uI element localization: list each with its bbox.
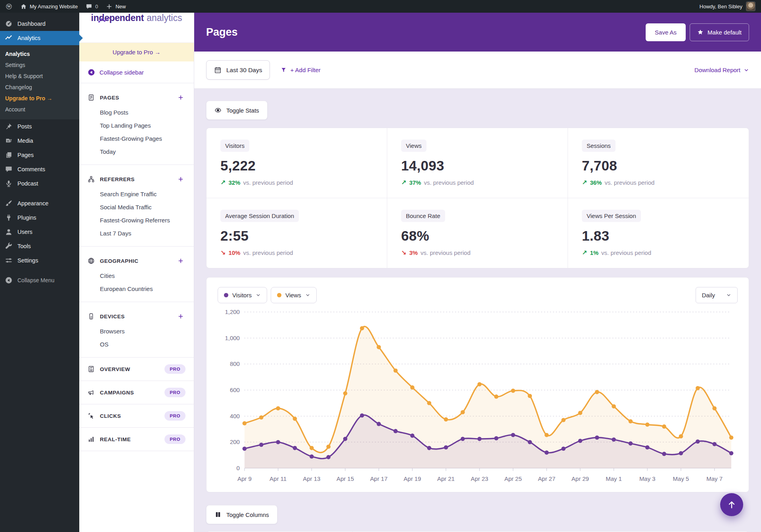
- chevron-down-icon: [726, 293, 731, 298]
- section-header-overview[interactable]: OVERVIEWPRO: [88, 363, 185, 375]
- report-link-fastest-growing-referrers[interactable]: Fastest-Growing Referrers: [100, 214, 185, 227]
- cursor-click-icon: [88, 412, 95, 419]
- site-name: My Amazing Website: [30, 4, 78, 10]
- sidebar-item-users[interactable]: Users: [0, 225, 79, 239]
- series-toggle-visitors[interactable]: Visitors: [218, 287, 267, 303]
- sidebar-item-dashboard[interactable]: Dashboard: [0, 17, 79, 31]
- wordpress-menu[interactable]: W: [6, 3, 12, 10]
- sidebar-item-media[interactable]: Media: [0, 134, 79, 148]
- funnel-icon: [281, 67, 287, 73]
- sidebar-item-appearance[interactable]: Appearance: [0, 196, 79, 211]
- report-link-cities[interactable]: Cities: [100, 269, 185, 282]
- traffic-line-chart: 02004006008001,0001,200Apr 9Apr 11Apr 13…: [218, 306, 738, 488]
- report-link-os[interactable]: OS: [100, 338, 185, 351]
- toggle-columns-button[interactable]: Toggle Columns: [206, 505, 277, 524]
- report-link-fastest-growing-pages[interactable]: Fastest-Growing Pages: [100, 132, 185, 145]
- section-header-pages[interactable]: PAGES: [88, 91, 185, 104]
- report-link-last-7-days[interactable]: Last 7 Days: [100, 227, 185, 240]
- scroll-top-button[interactable]: [720, 493, 743, 516]
- svg-text:400: 400: [230, 413, 240, 419]
- stat-value: 2:55: [220, 228, 373, 244]
- pin-icon: [5, 122, 13, 130]
- submenu-item-settings[interactable]: Settings: [0, 59, 79, 71]
- plug-icon: [5, 214, 13, 222]
- comments-shortcut[interactable]: 0: [86, 3, 98, 10]
- submenu-item-changelog[interactable]: Changelog: [0, 82, 79, 93]
- stat-card-visitors: Visitors5,222↗32%vs. previous period: [207, 128, 387, 198]
- add-report-button[interactable]: [176, 312, 185, 321]
- report-link-european-countries[interactable]: European Countries: [100, 282, 185, 295]
- add-report-button[interactable]: [176, 93, 185, 102]
- report-toolbar: Last 30 Days + Add Filter Download Repor…: [194, 52, 761, 89]
- sidebar-item-posts[interactable]: Posts: [0, 119, 79, 134]
- section-header-real-time[interactable]: REAL-TIMEPRO: [88, 433, 185, 446]
- new-content-menu[interactable]: New: [106, 3, 126, 10]
- collapse-sidebar-button[interactable]: Collapse sidebar: [79, 61, 194, 83]
- download-report-button[interactable]: Download Report: [694, 67, 749, 73]
- sidebar-item-label: Podcast: [17, 180, 38, 187]
- report-link-social-media-traffic[interactable]: Social Media Traffic: [100, 201, 185, 214]
- stat-change: ↗32%vs. previous period: [220, 179, 373, 186]
- sidebar-item-label: Media: [17, 138, 33, 144]
- section-header-clicks[interactable]: CLICKSPRO: [88, 410, 185, 422]
- section-header-campaigns[interactable]: CAMPAIGNSPRO: [88, 386, 185, 399]
- date-range-label: Last 30 Days: [226, 67, 262, 74]
- stat-change: ↘10%vs. previous period: [220, 249, 373, 256]
- svg-text:May 7: May 7: [706, 475, 723, 482]
- section-header-geographic[interactable]: GEOGRAPHIC: [88, 255, 185, 267]
- stat-change-caption: vs. previous period: [421, 249, 470, 256]
- brush-icon: [5, 199, 13, 207]
- sidebar-item-podcast[interactable]: Podcast: [0, 176, 79, 191]
- toggle-stats-button[interactable]: Toggle Stats: [206, 101, 268, 120]
- columns-icon: [214, 511, 222, 518]
- section-real-time: REAL-TIMEPRO: [79, 428, 194, 451]
- sidebar-item-collapse-menu[interactable]: Collapse Menu: [0, 273, 79, 287]
- submenu-item-help-support[interactable]: Help & Support: [0, 71, 79, 82]
- add-report-button[interactable]: [176, 174, 185, 184]
- page-header: Pages Save As Make default: [194, 13, 761, 52]
- stat-change-percent: 32%: [228, 179, 240, 186]
- make-default-button[interactable]: Make default: [690, 23, 749, 41]
- section-campaigns: CAMPAIGNSPRO: [79, 381, 194, 404]
- report-link-today[interactable]: Today: [100, 145, 185, 158]
- sidebar-item-plugins[interactable]: Plugins: [0, 211, 79, 225]
- plus-icon: [106, 3, 113, 10]
- chart-line-icon: [5, 34, 13, 42]
- svg-text:Apr 11: Apr 11: [270, 475, 287, 482]
- report-link-search-engine-traffic[interactable]: Search Engine Traffic: [100, 188, 185, 201]
- series-name: Visitors: [232, 292, 252, 299]
- report-link-browsers[interactable]: Browsers: [100, 325, 185, 338]
- sidebar-item-analytics[interactable]: Analytics: [0, 31, 79, 45]
- account-menu[interactable]: Howdy, Ben Sibley: [700, 2, 755, 11]
- report-link-top-landing-pages[interactable]: Top Landing Pages: [100, 119, 185, 132]
- visit-site-link[interactable]: My Amazing Website: [20, 3, 78, 10]
- section-title: REFERRERS: [100, 176, 171, 182]
- sidebar-item-tools[interactable]: Tools: [0, 239, 79, 253]
- save-as-button[interactable]: Save As: [646, 23, 686, 41]
- section-header-devices[interactable]: DEVICES: [88, 310, 185, 323]
- series-selectors: VisitorsViews: [218, 287, 317, 303]
- report-link-blog-posts[interactable]: Blog Posts: [100, 106, 185, 119]
- submenu-item-account[interactable]: Account: [0, 104, 79, 115]
- sidebar-item-comments[interactable]: Comments: [0, 162, 79, 176]
- submenu-item-upgrade-to-pro[interactable]: Upgrade to Pro →: [0, 93, 79, 104]
- gauge-icon: [5, 20, 13, 28]
- independent-analytics-logo: independent analytics: [79, 13, 194, 43]
- pro-badge: PRO: [164, 411, 185, 421]
- interval-value: Daily: [702, 292, 715, 299]
- series-toggle-views[interactable]: Views: [271, 287, 317, 303]
- sidebar-item-pages[interactable]: Pages: [0, 148, 79, 162]
- svg-text:May 5: May 5: [673, 475, 689, 482]
- sidebar-item-label: Plugins: [17, 214, 36, 221]
- trend-down-icon: ↘: [220, 249, 226, 256]
- interval-select[interactable]: Daily: [696, 287, 738, 303]
- date-range-button[interactable]: Last 30 Days: [206, 60, 270, 80]
- sidebar-item-settings[interactable]: Settings: [0, 253, 79, 268]
- section-header-referrers[interactable]: REFERRERS: [88, 173, 185, 186]
- submenu-item-analytics[interactable]: Analytics: [0, 48, 79, 59]
- add-report-button[interactable]: [176, 256, 185, 266]
- series-color-dot: [224, 293, 228, 297]
- doc-icon: [88, 94, 95, 101]
- upgrade-to-pro-banner[interactable]: Upgrade to Pro →: [79, 43, 194, 61]
- add-filter-button[interactable]: + Add Filter: [281, 67, 320, 73]
